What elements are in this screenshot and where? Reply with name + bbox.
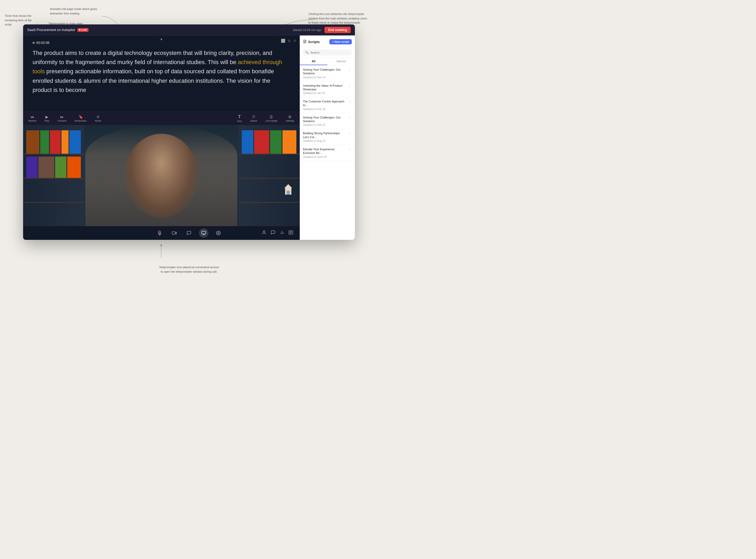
play-icon: ▶ [45,115,48,119]
script-item-content: Building Strong Partnerships: Let's Col.… [303,131,347,142]
size-icon: T [238,114,241,119]
search-input[interactable] [310,51,350,54]
top-bar: SaaS Procurement on Autopilot LIVE Start… [23,24,355,36]
tp-settings-label: Settings [286,119,294,122]
speed-icon: ⏱ [252,115,255,119]
fullscreen-icon[interactable]: ⬜ [281,39,285,43]
started-text: Started 15:09 min ago [293,28,321,31]
bookmarks-icon: 🔖 [78,115,83,119]
script-item-menu-icon[interactable]: ⋮ [347,99,352,104]
scripts-panel: Scripts + New script 🔍 All Starred [300,36,355,240]
annotation-teleprompter-icon-text: Teleprompter icon placed at convenient a… [159,266,219,273]
size-label: Size [237,120,242,122]
script-item[interactable]: Elevate Your Experience: Exclusive Be...… [300,145,355,161]
tp-rewind-button[interactable]: ⏮ Rewind [28,115,36,122]
top-bar-left: SaaS Procurement on Autopilot LIVE [27,28,89,32]
script-item[interactable]: Unlocking the Value: A Product Showcase … [300,82,355,97]
script-item-content: Solving Your Challenges: Our Solutions U… [303,116,347,127]
scripts-title-text: Scripts [308,40,320,44]
script-item-menu-icon[interactable]: ⋮ [347,84,352,88]
meeting-title: SaaS Procurement on Autopilot [27,28,75,32]
tp-reset-button[interactable]: ↺ Reset [95,115,101,122]
live-badge-text: LIVE [81,29,87,31]
search-icon: 🔍 [305,51,309,54]
teleprompter-area: 00:02:06 ⬜ ⧉ ✕ The product aims to creat… [23,36,300,112]
tab-starred[interactable]: Starred [327,58,355,65]
script-item-date: Updated on Jan 02 [303,92,347,94]
person-face [125,134,198,218]
teleprompter-text: The product aims to create a digital tec… [32,48,290,94]
tp-lineheight-button[interactable]: ☰ Line Height [265,115,278,122]
svg-rect-9 [172,232,175,234]
scripts-title: Scripts [303,40,320,44]
rewind-icon: ⏮ [30,115,34,119]
new-script-button[interactable]: + New script [329,39,352,44]
forward-icon: ⏭ [60,115,64,119]
play-label: Play [45,119,49,122]
teleprompter-toggle-button[interactable] [199,228,208,238]
script-item-menu-icon[interactable]: ⋮ [347,131,352,136]
script-item-date: Updated on Aug 14 [303,139,347,142]
script-item-date: Updated on Feb 22 [303,124,347,126]
tab-all[interactable]: All [300,58,327,65]
script-item-menu-icon[interactable]: ⋮ [347,68,352,72]
script-item-title: Solving Your Challenges: Our Solutions [303,68,347,75]
lineheight-label: Line Height [265,119,278,122]
reset-icon: ↺ [96,115,99,119]
script-item-content: Elevate Your Experience: Exclusive Be...… [303,148,347,158]
script-item[interactable]: Solving Your Challenges: Our Solutions U… [300,65,355,82]
script-item-title: The Customer-Centric Approach to... [303,99,347,107]
bottom-bar [23,226,300,240]
notes-icon[interactable] [288,230,293,236]
tp-size-button[interactable]: T Size [237,114,242,122]
left-panel: 00:02:06 ⬜ ⧉ ✕ The product aims to creat… [23,36,300,240]
close-tp-icon[interactable]: ✕ [293,39,297,43]
participants-icon[interactable] [262,230,266,236]
timer-dot [32,42,34,44]
video-area [23,125,300,226]
svg-point-13 [218,232,219,234]
top-bar-right: Started 15:09 min ago End meeting [293,27,351,33]
bottom-center-controls [155,228,223,238]
tp-speed-button[interactable]: ⏱ Speed [250,115,257,122]
script-item[interactable]: Building Strong Partnerships: Let's Col.… [300,129,355,145]
script-item[interactable]: Solving Your Challenges: Our Solutions U… [300,113,355,129]
chat-button[interactable] [184,228,194,238]
script-item-menu-icon[interactable]: ⋮ [347,116,352,120]
speed-label: Speed [250,119,257,122]
tp-forward-button[interactable]: ⏭ Forward [58,115,66,122]
scripts-list: Solving Your Challenges: Our Solutions U… [300,65,355,240]
camera-button[interactable] [170,228,179,238]
script-item[interactable]: The Customer-Centric Approach to... Upda… [300,97,355,113]
timer-value: 00:02:06 [36,41,50,45]
teleprompter-text-part1: The product aims to create a digital tec… [32,50,272,65]
bookmarks-label: Bookmarks [75,119,87,122]
tp-settings-button[interactable]: ⚙ Settings [286,115,294,122]
main-content: 00:02:06 ⬜ ⧉ ✕ The product aims to creat… [23,36,355,240]
timer-display: 00:02:06 [32,41,290,45]
script-item-content: The Customer-Centric Approach to... Upda… [303,99,347,111]
annotation-fullpage-text: Activates full page mode which gives dis… [50,7,97,15]
annotation-fullpage: Activates full page mode which gives dis… [50,7,102,16]
reactions-icon[interactable] [270,230,275,236]
scripts-doc-icon [303,40,307,44]
script-item-title: Building Strong Partnerships: Let's Col.… [303,131,347,139]
tp-bookmarks-button[interactable]: 🔖 Bookmarks [75,115,87,122]
scripts-header: Scripts + New script [300,36,355,47]
detach-icon[interactable]: ⧉ [288,39,290,43]
rewind-label: Rewind [28,119,36,122]
live-dot [79,29,80,30]
settings-button[interactable] [214,228,223,238]
svg-point-14 [263,231,265,232]
mic-button[interactable] [155,228,164,238]
analytics-icon[interactable] [280,230,284,236]
teleprompter-icons: ⬜ ⧉ ✕ [281,39,297,43]
script-item-title: Unlocking the Value: A Product Showcase [303,84,347,91]
teleprompter-controls: ⏮ Rewind ▶ Play ⏭ Forward 🔖 Bookmarks ↺ [23,112,300,125]
teleprompter-text-part2: presenting actionable information, built… [32,68,274,93]
script-item-date: Updated on June 28 [303,156,347,158]
video-content [23,125,300,226]
script-item-menu-icon[interactable]: ⋮ [347,148,352,152]
tp-play-button[interactable]: ▶ Play [45,115,49,122]
end-meeting-button[interactable]: End meeting [325,27,351,33]
